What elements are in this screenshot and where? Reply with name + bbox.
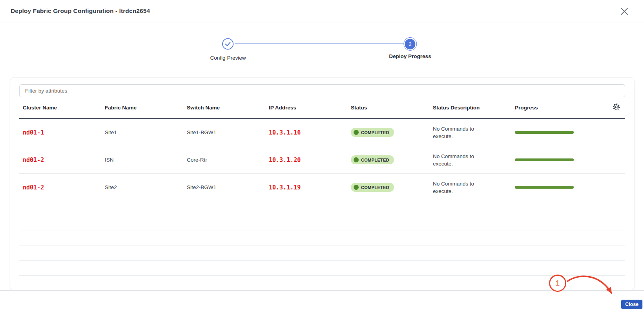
table-row[interactable]: nd01-2 Site2 Site2-BGW1 10.3.1.19 COMPLE… bbox=[19, 174, 625, 201]
column-settings bbox=[593, 103, 625, 113]
cell-ip-address: 10.3.1.19 bbox=[265, 184, 347, 191]
status-badge: COMPLETED bbox=[351, 183, 394, 192]
stepper-connector bbox=[235, 44, 403, 44]
cell-status-description: No Commands to execute. bbox=[429, 153, 511, 167]
filter-input[interactable] bbox=[19, 84, 625, 97]
step-label: Config Preview bbox=[210, 55, 246, 61]
empty-table-row bbox=[19, 261, 625, 276]
column-header-ip-address[interactable]: IP Address bbox=[265, 105, 347, 111]
progress-bar-fill bbox=[515, 186, 574, 189]
status-badge: COMPLETED bbox=[351, 128, 394, 137]
step-config-preview[interactable]: Config Preview bbox=[210, 38, 246, 61]
cell-status-description: No Commands to execute. bbox=[429, 125, 511, 140]
cell-progress bbox=[511, 131, 593, 134]
empty-table-row bbox=[19, 201, 625, 216]
empty-table-row bbox=[19, 246, 625, 261]
step-deploy-progress[interactable]: 2 Deploy Progress bbox=[389, 37, 431, 59]
deploy-table: Cluster Name Fabric Name Switch Name IP … bbox=[19, 97, 625, 276]
column-header-cluster-name[interactable]: Cluster Name bbox=[19, 105, 101, 111]
cell-cluster-name: nd01-1 bbox=[19, 129, 101, 136]
status-dot-icon bbox=[354, 130, 359, 135]
column-header-status[interactable]: Status bbox=[347, 105, 429, 111]
deploy-progress-card: Cluster Name Fabric Name Switch Name IP … bbox=[10, 77, 635, 290]
cell-cluster-name: nd01-2 bbox=[19, 184, 101, 191]
close-icon[interactable] bbox=[619, 6, 629, 16]
gear-icon[interactable] bbox=[612, 103, 620, 113]
progress-bar bbox=[515, 158, 574, 161]
cell-progress bbox=[511, 186, 593, 189]
cell-status: COMPLETED bbox=[347, 128, 429, 137]
cell-cluster-name: nd01-2 bbox=[19, 156, 101, 164]
cell-switch-name: Site1-BGW1 bbox=[183, 129, 265, 135]
status-badge-label: COMPLETED bbox=[361, 185, 389, 190]
table-header-row: Cluster Name Fabric Name Switch Name IP … bbox=[19, 97, 625, 119]
cell-fabric-name: Site2 bbox=[101, 184, 183, 190]
cell-status: COMPLETED bbox=[347, 183, 429, 192]
modal-title: Deploy Fabric Group Configuration - ltrd… bbox=[11, 7, 150, 15]
table-row[interactable]: nd01-1 Site1 Site1-BGW1 10.3.1.16 COMPLE… bbox=[19, 119, 625, 146]
column-header-fabric-name[interactable]: Fabric Name bbox=[101, 105, 183, 111]
column-header-switch-name[interactable]: Switch Name bbox=[183, 105, 265, 111]
empty-table-row bbox=[19, 216, 625, 231]
step-number: 2 bbox=[405, 39, 415, 49]
column-header-progress[interactable]: Progress bbox=[511, 105, 593, 111]
column-header-status-description[interactable]: Status Description bbox=[429, 105, 511, 111]
cell-fabric-name: Site1 bbox=[101, 129, 183, 135]
status-dot-icon bbox=[354, 157, 359, 162]
status-badge-label: COMPLETED bbox=[361, 130, 389, 135]
status-badge: COMPLETED bbox=[351, 155, 394, 164]
progress-bar-fill bbox=[515, 131, 574, 134]
cell-switch-name: Site2-BGW1 bbox=[183, 184, 265, 190]
check-circle-icon bbox=[222, 38, 234, 51]
cell-fabric-name: ISN bbox=[101, 157, 183, 163]
step-label: Deploy Progress bbox=[389, 53, 431, 59]
status-dot-icon bbox=[354, 185, 359, 190]
step-number-circle: 2 bbox=[403, 37, 417, 51]
table-row[interactable]: nd01-2 ISN Core-Rtr 10.3.1.20 COMPLETED … bbox=[19, 146, 625, 174]
annotation-step-circle: 1 bbox=[549, 275, 566, 292]
cell-progress bbox=[511, 158, 593, 161]
status-badge-label: COMPLETED bbox=[361, 158, 389, 162]
wizard-stepper: Config Preview 2 Deploy Progress bbox=[0, 38, 644, 66]
cell-status: COMPLETED bbox=[347, 155, 429, 164]
progress-bar-fill bbox=[515, 158, 574, 161]
empty-table-row bbox=[19, 231, 625, 246]
cell-ip-address: 10.3.1.16 bbox=[265, 129, 347, 136]
cell-status-description: No Commands to execute. bbox=[429, 180, 511, 195]
progress-bar bbox=[515, 186, 574, 189]
annotation-step-number: 1 bbox=[556, 279, 560, 288]
cell-switch-name: Core-Rtr bbox=[183, 157, 265, 163]
cell-ip-address: 10.3.1.20 bbox=[265, 156, 347, 164]
modal-header: Deploy Fabric Group Configuration - ltrd… bbox=[0, 0, 644, 22]
progress-bar bbox=[515, 131, 574, 134]
